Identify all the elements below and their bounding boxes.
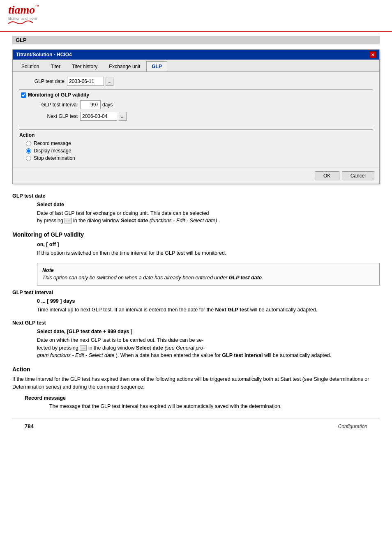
tab-solution[interactable]: Solution xyxy=(16,61,44,71)
glp-interval-label: GLP test interval xyxy=(24,102,78,108)
action-doc-heading: Action xyxy=(12,365,380,374)
radio-stop-input[interactable] xyxy=(26,156,31,161)
doc-glp-test-date-section: GLP test date Select date Date of last G… xyxy=(12,192,380,225)
dialog-window: Titrant/Solution - HClO4 ✕ Solution Tite… xyxy=(12,49,380,184)
next-glp-label: Next GLP test xyxy=(24,113,78,119)
doc-record-message-section: Record message The message that the GLP … xyxy=(12,394,380,411)
radio-display-label: Display message xyxy=(34,148,71,154)
record-message-label: Record message xyxy=(25,394,380,402)
glp-interval-input[interactable] xyxy=(80,100,101,109)
doc-next-glp-section: Next GLP test Select date, [GLP test dat… xyxy=(12,319,380,359)
dialog-body: GLP test date ... Monitoring of GLP vali… xyxy=(13,72,379,168)
note-label: Note xyxy=(42,267,54,273)
close-button[interactable]: ✕ xyxy=(369,51,376,58)
doc-glp-test-date-label: GLP test date xyxy=(12,192,380,200)
glp-interval-unit: days xyxy=(102,102,113,108)
next-glp-input[interactable] xyxy=(80,112,117,121)
select-date-desc: Date of last GLP test for exchange or do… xyxy=(37,210,380,217)
glp-interval-range: 0 ... [ 999 ] days xyxy=(37,297,380,305)
note-bold: GLP test date xyxy=(229,275,262,281)
page-footer: 784 Configuration xyxy=(12,419,380,433)
next-glp-select-button[interactable]: ... xyxy=(119,112,127,121)
tab-exchange-unit[interactable]: Exchange unit xyxy=(104,61,145,71)
on-off-label: on, [ off ] xyxy=(37,241,380,249)
page-footer-right: Configuration xyxy=(338,424,367,429)
doc-glp-test-date-content: Select date Date of last GLP test for ex… xyxy=(37,201,380,225)
glp-test-date-select-button[interactable]: ... xyxy=(106,77,113,86)
logo-text: tiamo xyxy=(8,4,35,16)
cancel-button[interactable]: Cancel xyxy=(342,171,374,180)
doc-glp-interval-label: GLP test interval xyxy=(12,289,380,297)
action-section: Action Record message Display message St… xyxy=(19,129,373,161)
radio-display-message: Display message xyxy=(19,148,373,154)
monitoring-inner-form: GLP test interval days Next GLP test ... xyxy=(21,98,371,121)
glp-interval-desc: Time interval up to next GLP test. If an… xyxy=(37,306,380,314)
monitoring-label[interactable]: Monitoring of GLP validity xyxy=(21,92,371,98)
note-box: Note This option can only be switched on… xyxy=(37,263,380,286)
glp-test-date-row: GLP test date ... xyxy=(19,77,373,86)
select-date-period: . xyxy=(219,218,220,223)
glp-test-date-input[interactable] xyxy=(67,77,104,86)
monitoring-checkbox[interactable] xyxy=(21,92,26,98)
glp-interval-row: GLP test interval days xyxy=(24,100,371,109)
select-date-heading: Select date xyxy=(37,201,380,209)
next-glp-bold1: Select date xyxy=(136,345,163,351)
next-glp-btn-icon: ··· xyxy=(80,345,87,351)
select-date-desc-by: by pressing xyxy=(37,218,63,223)
monitoring-text: Monitoring of GLP validity xyxy=(28,92,89,98)
doc-next-glp-content: Select date, [GLP test date + 999 days ]… xyxy=(37,328,380,359)
select-date-desc1: Date of last GLP test for exchange or do… xyxy=(37,210,209,216)
radio-stop-determination: Stop determination xyxy=(19,155,373,161)
next-glp-desc2: lected by pressing ··· in the dialog win… xyxy=(37,344,380,360)
select-date-italic: (functions - Edit - Select date) xyxy=(150,218,217,223)
glp-interval-desc2: will be automatically adapted. xyxy=(250,307,317,313)
radio-display-input[interactable] xyxy=(26,148,31,154)
tab-titer-history[interactable]: Titer history xyxy=(67,61,103,71)
logo: tiamo™ titration and more xyxy=(8,4,39,27)
radio-record-label: Record message xyxy=(34,140,71,146)
main-content: GLP Titrant/Solution - HClO4 ✕ Solution … xyxy=(0,32,392,442)
section-title-bar: GLP xyxy=(12,36,380,44)
tab-glp[interactable]: GLP xyxy=(146,61,167,71)
action-title: Action xyxy=(19,129,373,138)
page-header: tiamo™ titration and more xyxy=(0,0,392,32)
doc-monitoring-section: on, [ off ] If this option is switched o… xyxy=(37,241,380,257)
select-date-in: in the dialog window xyxy=(73,218,121,223)
radio-record-input[interactable] xyxy=(26,141,31,146)
doc-action-section: If the time interval for the GLP test ha… xyxy=(12,375,380,410)
tab-titer[interactable]: Titer xyxy=(45,61,66,71)
logo-tm: ™ xyxy=(35,4,39,9)
documentation-body: GLP test date Select date Date of last G… xyxy=(12,192,380,410)
select-date-bold1: Select date xyxy=(121,218,148,223)
note-text: This option can only be switched on when… xyxy=(42,275,227,281)
next-glp-bold2: GLP test interval xyxy=(222,352,263,358)
section-title: GLP xyxy=(16,37,27,43)
dialog-title: Titrant/Solution - HClO4 xyxy=(16,52,72,58)
monitoring-section-heading: Monitoring of GLP validity xyxy=(12,230,380,239)
action-desc1: If the time interval for the GLP test ha… xyxy=(12,375,380,391)
doc-glp-interval-content: 0 ... [ 999 ] days Time interval up to n… xyxy=(37,297,380,314)
dialog-titlebar: Titrant/Solution - HClO4 ✕ xyxy=(13,50,379,60)
next-glp-range: Select date, [GLP test date + 999 days ] xyxy=(37,328,380,336)
dialog-footer: OK Cancel xyxy=(13,168,379,184)
doc-next-glp-label: Next GLP test xyxy=(12,319,380,327)
next-glp-desc1: Date on which the next GLP test is to be… xyxy=(37,336,380,344)
monitoring-section: Monitoring of GLP validity GLP test inte… xyxy=(19,89,373,126)
glp-test-date-label: GLP test date xyxy=(19,78,65,84)
dialog-tabs: Solution Titer Titer history Exchange un… xyxy=(13,60,379,72)
glp-interval-bold: Next GLP test xyxy=(215,307,249,313)
next-glp-row: Next GLP test ... xyxy=(24,112,371,121)
logo-wave-icon xyxy=(8,18,33,27)
select-date-desc2: by pressing ··· in the dialog window Sel… xyxy=(37,217,380,225)
doc-glp-interval-section: GLP test interval 0 ... [ 999 ] days Tim… xyxy=(12,289,380,313)
radio-stop-label: Stop determination xyxy=(34,155,75,161)
record-message-desc: The message that the GLP test interval h… xyxy=(49,403,380,410)
ok-button[interactable]: OK xyxy=(315,171,339,180)
page-number: 784 xyxy=(25,423,34,429)
select-date-btn-icon: ··· xyxy=(65,218,71,223)
on-off-desc: If this option is switched on then the t… xyxy=(37,249,380,257)
radio-record-message: Record message xyxy=(19,140,373,146)
